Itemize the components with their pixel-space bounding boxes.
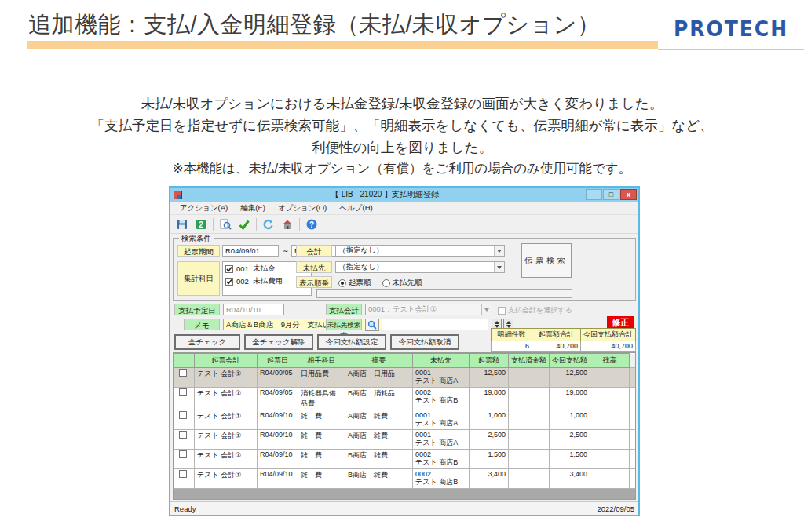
payee-search-input[interactable] — [382, 319, 488, 330]
subject-label: 集計科目 — [177, 261, 220, 296]
period-tilde: ～ — [282, 246, 290, 257]
unchecked-checkbox-icon[interactable] — [498, 307, 506, 315]
minimize-button[interactable]: – — [586, 189, 602, 200]
status-bar: Ready 2022/09/05 — [170, 501, 638, 515]
detail-header-area: 支払予定日 R04/10/10 支払会計 0001：テスト会計① 支払会計を選択… — [173, 302, 636, 352]
table-row[interactable]: テスト 会計① R04/09/05 日用品費 A商店 日用品 0001テスト 商… — [174, 368, 636, 388]
cell-amount: 2,500 — [470, 430, 509, 450]
set-payment-button[interactable]: 今回支払額設定 — [317, 334, 386, 350]
search-button[interactable] — [216, 216, 235, 232]
memo-label: メモ — [184, 319, 220, 330]
cell-subject: 日用品費 — [298, 368, 345, 388]
check-all-button[interactable]: 全チェック — [174, 334, 240, 350]
cell-paid — [509, 450, 550, 469]
row-checkbox[interactable] — [179, 431, 187, 439]
table-row[interactable]: テスト 会計① R04/09/10 雑 費 B商店 雑費 0002テスト 商店B… — [174, 450, 636, 469]
order-option-label[interactable]: 起票順 — [349, 278, 371, 288]
cancel-payment-button[interactable]: 今回支払額取消 — [390, 334, 459, 350]
detail-grid[interactable]: 起票会計 起票日 相手科目 摘要 未払先 起票額 支払済金額 今回支払額 残高 … — [173, 352, 636, 500]
intro-line: 利便性の向上を図りました。 — [0, 137, 804, 159]
payee-combo[interactable]: （指定なし） — [335, 261, 505, 273]
cell-paid — [509, 368, 550, 388]
close-button[interactable]: x — [620, 189, 637, 200]
voucher-search-button[interactable]: 伝票検索 — [521, 243, 572, 278]
checked-checkbox-icon[interactable] — [225, 265, 233, 273]
confirm-button[interactable] — [235, 216, 254, 232]
home-button[interactable] — [278, 216, 297, 232]
chevron-down-icon — [484, 308, 489, 312]
summary-value: 40,700 — [532, 341, 581, 352]
cell-account: テスト 会計① — [195, 450, 258, 469]
radio-unselected-icon[interactable] — [382, 279, 390, 287]
cell-payee: 0002テスト 商店B — [413, 469, 470, 489]
subject-name: 未払金 — [253, 264, 276, 274]
menu-option[interactable]: オプション(O) — [272, 202, 333, 215]
pay-account-dropdown-button[interactable] — [481, 304, 492, 315]
checked-checkbox-icon[interactable] — [225, 278, 233, 286]
cell-summary: B商店 雑費 — [345, 469, 413, 489]
status-text: Ready — [174, 505, 196, 513]
row-checkbox[interactable] — [179, 411, 187, 419]
uncheck-all-button[interactable]: 全チェック解除 — [244, 334, 313, 350]
status-date: 2022/09/05 — [597, 505, 634, 513]
home-icon — [281, 218, 294, 231]
cell-account: テスト 会計① — [195, 430, 258, 450]
payee-dropdown-button[interactable] — [494, 262, 504, 272]
help-button[interactable]: ? — [302, 216, 321, 232]
account-label: 会計 — [296, 245, 332, 257]
cell-summary: B商店 消耗品 — [345, 388, 413, 410]
col-paid: 支払済金額 — [509, 354, 550, 368]
period-label: 起票期間 — [177, 245, 220, 257]
slide: 追加機能：支払/入金明細登録（未払/未収オプション） PROTECH 未払/未収… — [0, 0, 804, 532]
check-icon — [238, 218, 250, 231]
protech-logo-text: PROTECH — [674, 17, 788, 41]
cell-payee: 0001テスト 商店A — [413, 368, 470, 388]
grid-header-row: 起票会計 起票日 相手科目 摘要 未払先 起票額 支払済金額 今回支払額 残高 — [174, 354, 636, 368]
table-row[interactable]: テスト 会計① R04/09/10 雑 費 A商店 雑費 0001テスト 商店A… — [174, 410, 636, 430]
cell-date: R04/09/10 — [258, 469, 298, 489]
pay-account-combo[interactable]: 0001：テスト会計① — [365, 304, 492, 315]
period-from-input[interactable]: R04/09/01 — [222, 245, 279, 257]
window-title: 【 LIB - 21020 】支払明細登録 — [185, 189, 585, 200]
toolbar-separator — [299, 218, 300, 231]
account-combo[interactable]: （指定なし） — [335, 245, 505, 257]
order-option-label[interactable]: 未払先順 — [393, 278, 422, 288]
toolbar-separator — [256, 218, 257, 231]
radio-selected-icon[interactable] — [338, 279, 346, 287]
account-dropdown-button[interactable] — [494, 246, 504, 256]
svg-text:2: 2 — [199, 220, 203, 229]
table-row[interactable]: テスト 会計① R04/09/10 雑 費 A商店 雑費 0001テスト 商店A… — [174, 430, 636, 450]
export-button[interactable]: 2 — [192, 216, 210, 232]
table-row[interactable]: テスト 会計① R04/09/05 消耗器具備品費 B商店 消耗品 0002テス… — [174, 388, 636, 410]
title-bar[interactable]: 【 LIB - 21020 】支払明細登録 – □ x — [170, 188, 638, 202]
menu-action[interactable]: アクション(A) — [174, 202, 234, 215]
row-checkbox[interactable] — [179, 470, 187, 478]
menu-help[interactable]: ヘルプ(H) — [333, 202, 378, 215]
save-button[interactable] — [173, 216, 192, 232]
cell-current: 1,000 — [550, 410, 590, 430]
pay-account-label: 支払会計 — [326, 304, 362, 315]
triangle-up-icon — [495, 321, 499, 324]
row-checkbox[interactable] — [179, 388, 187, 396]
row-checkbox[interactable] — [179, 369, 187, 377]
menu-edit[interactable]: 編集(E) — [234, 202, 272, 215]
subject-code: 002 — [236, 277, 249, 286]
subject-code: 001 — [236, 264, 249, 273]
help-icon: ? — [305, 218, 318, 231]
col-spacer — [630, 354, 636, 368]
pay-account-checkbox[interactable]: 支払会計を選択する — [498, 305, 572, 315]
due-date-label: 支払予定日 — [174, 304, 220, 315]
table-row[interactable]: テスト 会計① R04/09/10 雑 費 B商店 雑費 0002テスト 商店B… — [174, 469, 636, 489]
cell-summary: B商店 雑費 — [345, 450, 413, 469]
cell-subject: 雑 費 — [298, 430, 345, 450]
col-date: 起票日 — [258, 354, 298, 368]
maximize-button[interactable]: □ — [603, 189, 619, 200]
payee-search-magnifier-button[interactable] — [365, 319, 379, 331]
pay-account-checkbox-label: 支払会計を選択する — [508, 305, 572, 315]
cell-subject: 消耗器具備品費 — [298, 388, 345, 410]
row-checkbox[interactable] — [179, 450, 187, 458]
due-date-input[interactable]: R04/10/10 — [223, 304, 284, 315]
cell-amount: 1,000 — [470, 410, 509, 430]
refresh-button[interactable] — [259, 216, 278, 232]
col-payee: 未払先 — [413, 354, 470, 368]
